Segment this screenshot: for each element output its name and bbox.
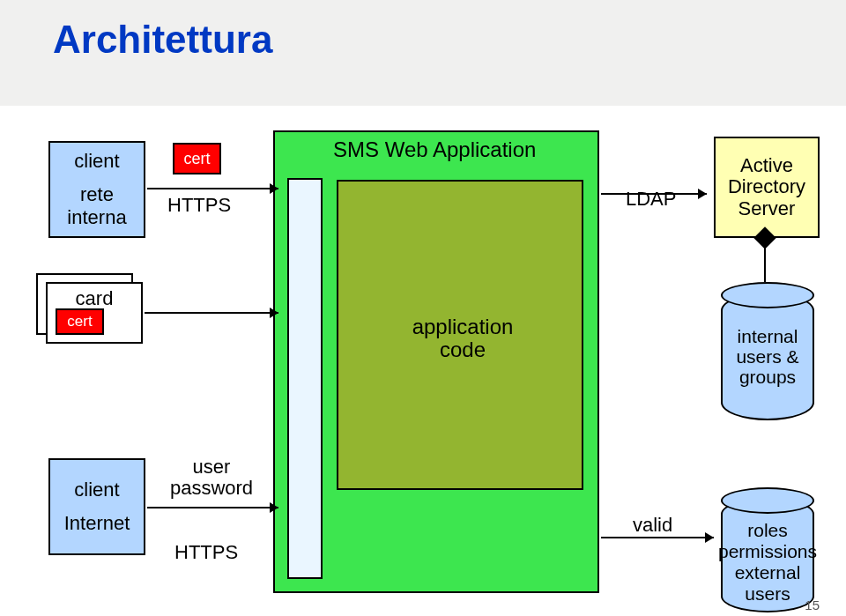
ad-l3: Server [728, 198, 805, 219]
ad-l1: Active [728, 155, 805, 176]
card-cert-badge: cert [56, 308, 104, 335]
client-internet-line1: client [74, 479, 119, 501]
https-label-bottom: HTTPS [174, 541, 238, 564]
client-internal-line2: rete [80, 183, 114, 206]
client-internal-line3: interna [67, 206, 126, 229]
ad-l2: Directory [728, 176, 805, 197]
valid-label: valid [633, 514, 672, 537]
roles-db-top [721, 487, 814, 514]
roles-db-label: roles permissions external users [709, 520, 827, 605]
cert-badge: cert [173, 143, 221, 174]
appcode-l1: application [397, 315, 529, 338]
dbint-l2: users & [723, 346, 813, 367]
user-password-label: user password [167, 456, 256, 499]
ldap-label: LDAP [626, 188, 676, 211]
dbint-l1: internal [723, 326, 813, 346]
client-internal-box: client rete interna [48, 141, 145, 238]
slide-title: Architettura [53, 18, 272, 62]
card-label: card [76, 287, 114, 310]
user-label: user [167, 456, 256, 478]
internal-users-db-label: internal users & groups [723, 326, 813, 387]
active-directory-server-box: Active Directory Server [714, 137, 820, 238]
client-internet-box: client Internet [48, 458, 145, 555]
dbroles-l1: roles [709, 520, 827, 541]
page-number: 15 [805, 597, 820, 612]
client-internet-line2: Internet [64, 512, 130, 535]
appcode-l2: code [397, 338, 529, 361]
internal-users-db-top [721, 282, 814, 308]
password-label: password [167, 478, 256, 499]
application-code-label: application code [397, 315, 529, 362]
dbroles-l3: external [709, 562, 827, 583]
dbint-l3: groups [723, 367, 813, 387]
svg-marker-7 [698, 189, 707, 199]
dbroles-l2: permissions [709, 541, 827, 562]
sms-webapp-title: SMS Web Application [333, 137, 536, 162]
client-internal-line1: client [74, 150, 119, 173]
https-label-top: HTTPS [167, 194, 231, 217]
